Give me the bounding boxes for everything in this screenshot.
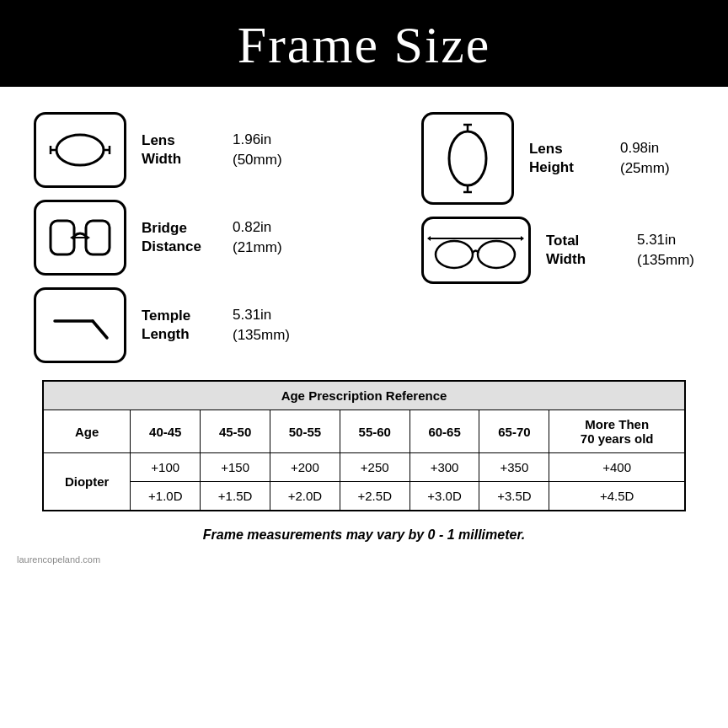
lens-width-value: 1.96in(50mm) xyxy=(233,130,282,170)
lens-height-icon xyxy=(434,120,501,196)
diopter-low-3: +2.0D xyxy=(270,482,340,511)
svg-marker-9 xyxy=(86,235,90,240)
lens-width-icon-box xyxy=(34,112,126,188)
diopter-label: Diopter xyxy=(43,453,131,511)
svg-line-11 xyxy=(93,321,107,338)
lens-width-row: Lens Width 1.96in(50mm) xyxy=(34,112,290,188)
age-prescription-table: Age Prescription Reference Age 40-45 45-… xyxy=(42,380,686,511)
diopter-low-4: +2.5D xyxy=(340,482,410,511)
lens-height-label: Lens Height xyxy=(529,140,605,177)
bridge-distance-icon xyxy=(46,212,114,263)
svg-marker-20 xyxy=(427,236,431,241)
svg-point-18 xyxy=(478,241,515,268)
total-width-icon-box xyxy=(421,217,531,284)
temple-length-icon-box xyxy=(34,287,126,363)
table-title: Age Prescription Reference xyxy=(43,381,685,410)
age-col-3: 50-55 xyxy=(270,410,340,453)
svg-point-17 xyxy=(436,241,473,268)
svg-marker-21 xyxy=(521,236,524,241)
temple-length-row: TempleLength 5.31in(135mm) xyxy=(34,287,290,363)
diopter-high-5: +300 xyxy=(410,453,479,482)
lens-width-icon xyxy=(46,125,114,175)
age-col-4: 55-60 xyxy=(340,410,410,453)
bridge-distance-row: Bridge Distance 0.82in(21mm) xyxy=(34,200,290,276)
lens-height-row: Lens Height 0.98in(25mm) xyxy=(421,112,694,205)
svg-point-12 xyxy=(449,131,486,185)
temple-length-value: 5.31in(135mm) xyxy=(233,305,290,345)
diopter-low-5: +3.0D xyxy=(410,482,479,511)
age-col-6: 65-70 xyxy=(479,410,549,453)
total-width-icon xyxy=(427,225,524,276)
page-title: Frame Size xyxy=(0,15,728,75)
header: Frame Size xyxy=(0,0,728,87)
diopter-high-7: +400 xyxy=(549,453,685,482)
age-col-2: 45-50 xyxy=(201,410,270,453)
diopter-low-1: +1.0D xyxy=(131,482,201,511)
diopter-low-7: +4.5D xyxy=(549,482,685,511)
diopter-low-6: +3.5D xyxy=(479,482,549,511)
diopter-high-2: +150 xyxy=(201,453,270,482)
diopter-high-4: +250 xyxy=(340,453,410,482)
diopter-high-1: +100 xyxy=(131,453,201,482)
right-specs: Lens Height 0.98in(25mm) xyxy=(421,112,694,284)
attribution: laurencopeland.com xyxy=(0,551,728,568)
temple-length-icon xyxy=(46,300,114,351)
svg-point-0 xyxy=(56,135,104,165)
left-specs: Lens Width 1.96in(50mm) xyxy=(34,112,290,363)
lens-height-icon-box xyxy=(421,112,514,205)
table-section: Age Prescription Reference Age 40-45 45-… xyxy=(25,372,703,516)
diopter-low-2: +1.5D xyxy=(201,482,270,511)
total-width-row: Total Width 5.31in(135mm) xyxy=(421,217,694,284)
bridge-distance-icon-box xyxy=(34,200,126,276)
temple-length-label: TempleLength xyxy=(142,307,217,344)
total-width-label: Total Width xyxy=(546,232,622,269)
lens-height-value: 0.98in(25mm) xyxy=(620,138,670,179)
bridge-distance-value: 0.82in(21mm) xyxy=(233,217,282,258)
lens-width-label: Lens Width xyxy=(142,131,217,169)
age-column-header: Age xyxy=(43,410,131,453)
diopter-high-6: +350 xyxy=(479,453,549,482)
diopter-high-3: +200 xyxy=(270,453,340,482)
main-content: Lens Width 1.96in(50mm) xyxy=(0,87,728,551)
footnote: Frame measurements may vary by 0 - 1 mil… xyxy=(25,527,703,543)
specs-section: Lens Width 1.96in(50mm) xyxy=(25,104,703,372)
age-col-1: 40-45 xyxy=(131,410,201,453)
svg-marker-8 xyxy=(70,235,74,240)
age-col-7: More Then70 years old xyxy=(549,410,685,453)
total-width-value: 5.31in(135mm) xyxy=(637,230,694,270)
age-col-5: 60-65 xyxy=(410,410,479,453)
bridge-distance-label: Bridge Distance xyxy=(142,219,217,256)
